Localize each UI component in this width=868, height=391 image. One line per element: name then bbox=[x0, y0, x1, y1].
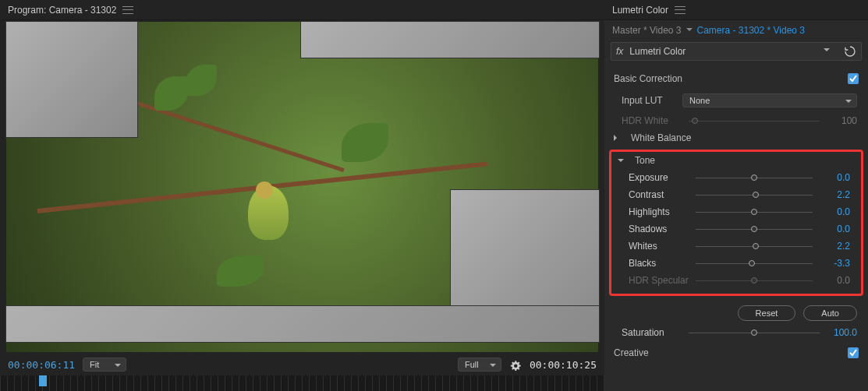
blacks-slider[interactable]: Blacks-3.3 bbox=[611, 255, 861, 272]
basic-correction-toggle[interactable] bbox=[848, 73, 859, 84]
effect-name: Lumetri Color bbox=[629, 46, 817, 57]
reset-button[interactable]: Reset bbox=[738, 305, 796, 321]
program-footer: 00:00:06:11 Fit Full 00:00:10:25 bbox=[0, 354, 604, 375]
effect-selector[interactable]: fx Lumetri Color bbox=[611, 42, 862, 61]
chevron-right-icon bbox=[614, 135, 620, 141]
zoom-select[interactable]: Full bbox=[458, 358, 501, 372]
playhead-icon[interactable] bbox=[39, 375, 47, 386]
program-monitor[interactable] bbox=[6, 22, 598, 352]
shadows-slider[interactable]: Shadows0.0 bbox=[611, 220, 861, 238]
clip-crumb[interactable]: Camera - 31302 * Video 3 bbox=[697, 25, 806, 36]
video-inset-right bbox=[451, 190, 599, 321]
chevron-down-icon bbox=[824, 48, 830, 55]
exposure-slider[interactable]: Exposure0.0 bbox=[611, 169, 861, 186]
creative-toggle[interactable] bbox=[848, 347, 859, 358]
timeline-scrubber[interactable] bbox=[0, 375, 604, 391]
program-panel-title: Program: Camera - 31302 bbox=[8, 5, 116, 16]
timecode-duration: 00:00:10:25 bbox=[530, 359, 597, 371]
video-inset-bottom bbox=[6, 306, 599, 342]
video-inset-top-right bbox=[301, 22, 599, 58]
hdr-specular-slider: HDR Specular0.0 bbox=[611, 272, 861, 289]
input-lut-row: Input LUT None bbox=[604, 89, 868, 112]
saturation-slider[interactable]: Saturation 100.0 bbox=[604, 324, 868, 341]
timecode-current[interactable]: 00:00:06:11 bbox=[8, 359, 75, 371]
hdr-white-slider: HDR White 100 bbox=[604, 112, 868, 129]
video-inset-top-left bbox=[6, 22, 137, 137]
chevron-down-icon bbox=[686, 28, 693, 34]
white-balance-header[interactable]: White Balance bbox=[604, 129, 868, 146]
whites-slider[interactable]: Whites2.2 bbox=[611, 238, 861, 255]
fx-badge-icon: fx bbox=[616, 46, 623, 57]
auto-button[interactable]: Auto bbox=[803, 305, 857, 321]
clip-breadcrumb: Master * Video 3 Camera - 31302 * Video … bbox=[604, 20, 868, 41]
input-lut-select[interactable]: None bbox=[682, 93, 857, 107]
bird-subject bbox=[248, 185, 289, 240]
lumetri-panel-header: Lumetri Color bbox=[604, 0, 868, 20]
fit-select[interactable]: Fit bbox=[83, 358, 126, 372]
tone-header[interactable]: Tone bbox=[611, 152, 861, 169]
settings-wrench-icon[interactable] bbox=[509, 358, 522, 371]
chevron-down-icon bbox=[618, 159, 624, 165]
basic-correction-header[interactable]: Basic Correction bbox=[604, 67, 868, 89]
master-crumb[interactable]: Master * Video 3 bbox=[612, 25, 682, 36]
highlights-slider[interactable]: Highlights0.0 bbox=[611, 203, 861, 220]
contrast-slider[interactable]: Contrast2.2 bbox=[611, 186, 861, 203]
program-panel-header: Program: Camera - 31302 bbox=[0, 0, 604, 20]
reset-effect-icon[interactable] bbox=[844, 45, 856, 58]
creative-header[interactable]: Creative bbox=[604, 341, 868, 363]
tone-section-highlight: Tone Exposure0.0 Contrast2.2 Highlights0… bbox=[609, 150, 863, 296]
panel-menu-icon[interactable] bbox=[675, 6, 686, 14]
lumetri-panel-title: Lumetri Color bbox=[612, 5, 668, 16]
panel-menu-icon[interactable] bbox=[122, 6, 133, 14]
